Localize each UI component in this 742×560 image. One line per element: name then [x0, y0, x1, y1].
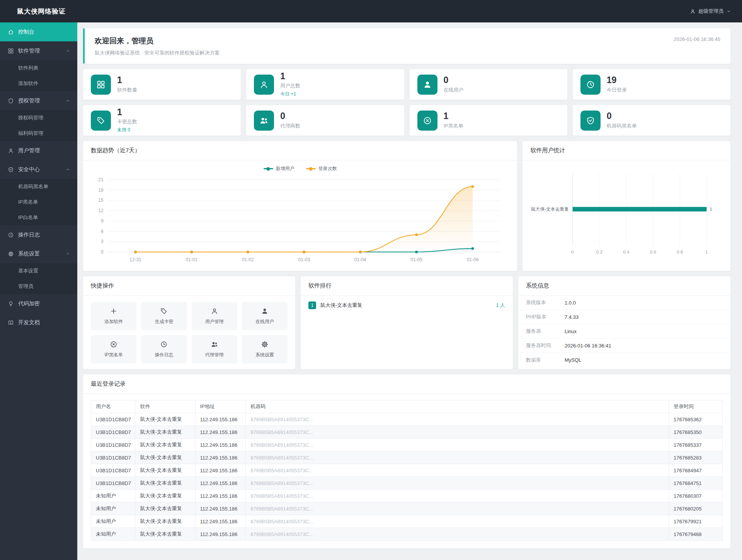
sidebar-group-authorization[interactable]: 授权管理 — [0, 91, 77, 110]
stat-label: 在线用户 — [444, 87, 464, 94]
sidebar-item-basic-settings[interactable]: 基本设置 — [0, 263, 77, 279]
login-records-table: 用户名软件IP地址机器码登录时间 U3B1D1CB8D7 鼠大侠-文本去重复 1… — [91, 400, 723, 541]
login-machine-code: 8769B5B5A6914055373C... — [246, 502, 669, 515]
bar — [573, 207, 707, 211]
chevron-up-icon — [65, 167, 70, 172]
login-timestamp: 1767679921 — [669, 515, 723, 528]
legend-item[interactable]: 新增用户 — [264, 165, 294, 172]
charts-row: 数据趋势（近7天） 新增用户登录次数 03691215182112-3101-0… — [83, 141, 730, 271]
sidebar-item-software-list[interactable]: 软件列表 — [0, 60, 77, 76]
login-machine-code: 8769B5B5A6914055373C... — [246, 426, 669, 439]
login-username: U3B1D1CB8D7 — [91, 426, 135, 439]
data-point — [134, 251, 137, 254]
stat-card-today-logins: 19今日登录 — [573, 69, 730, 100]
bulb-icon — [8, 301, 14, 307]
login-username: 未知用户 — [91, 515, 135, 528]
category-label: 鼠大侠-文本去重复 — [531, 206, 569, 211]
stat-label: 卡密总数 — [117, 118, 137, 125]
sidebar-item-label: 系统设置 — [18, 250, 40, 257]
quick-action-add-software[interactable]: 添加软件 — [91, 302, 136, 330]
stat-value: 1 — [117, 107, 137, 117]
sidebar-item-operation-log[interactable]: 操作日志 — [0, 225, 77, 244]
quick-action-system-settings[interactable]: 系统设置 — [242, 335, 288, 364]
data-point — [471, 247, 474, 250]
quick-action-user-management[interactable]: 用户管理 — [192, 302, 237, 330]
login-username: 未知用户 — [91, 528, 135, 541]
legend-item[interactable]: 登录次数 — [306, 165, 337, 172]
home-icon — [8, 29, 14, 35]
login-machine-code: 8769B5B5A6914055373C... — [246, 490, 669, 502]
series-area — [135, 187, 473, 252]
main-content: 欢迎回来，管理员 鼠大侠网络验证系统 · 安全可靠的软件授权验证解决方案 202… — [77, 0, 742, 548]
sidebar-item-ip-whitelist[interactable]: IP白名单 — [0, 210, 77, 225]
x-axis-label: 01-04 — [354, 257, 366, 262]
rank-software-name: 鼠大侠-文本去重复 — [320, 302, 362, 309]
shield-check-icon — [580, 111, 601, 131]
system-info-row: PHP版本 7.4.33 — [518, 310, 730, 324]
grid-icon — [91, 75, 111, 95]
ranking-row: 1 鼠大侠-文本去重复 1 人 — [301, 296, 513, 315]
middle-row: 快捷操作 添加软件 生成卡密 用户管理 在线用户 IP黑名单 操作日志 代理管理… — [83, 276, 730, 369]
welcome-banner: 欢迎回来，管理员 鼠大侠网络验证系统 · 安全可靠的软件授权验证解决方案 202… — [83, 28, 730, 64]
system-info-label: PHP版本 — [526, 313, 565, 320]
app-title: 鼠大侠网络验证 — [17, 7, 66, 16]
sidebar-item-users[interactable]: 用户管理 — [0, 141, 77, 160]
sidebar-item-dashboard[interactable]: 控制台 — [0, 22, 77, 41]
quick-action-agent-management[interactable]: 代理管理 — [192, 335, 237, 364]
sidebar-group-settings[interactable]: 系统设置 — [0, 244, 77, 263]
login-timestamp: 1767680307 — [669, 490, 723, 502]
sidebar-submenu-authorization: 授权码管理 福利码管理 — [0, 110, 77, 141]
login-ip: 112.249.155.186 — [195, 528, 246, 541]
sidebar-item-machine-blacklist[interactable]: 机器码黑名单 — [0, 179, 77, 194]
sidebar-item-license-codes[interactable]: 授权码管理 — [0, 110, 77, 126]
quick-actions-grid: 添加软件 生成卡密 用户管理 在线用户 IP黑名单 操作日志 代理管理 系统设置 — [83, 296, 295, 370]
system-info-value: Linux — [565, 329, 577, 334]
user-icon — [690, 9, 696, 14]
chevron-up-icon — [65, 98, 70, 103]
clock-icon — [580, 75, 601, 95]
user-icon — [8, 148, 14, 154]
shield-icon — [8, 98, 14, 104]
ban-icon — [417, 111, 437, 131]
y-axis-label: 0 — [101, 249, 104, 255]
data-point — [415, 233, 418, 236]
stat-note: 今日 +1 — [280, 91, 300, 97]
sidebar-item-ip-blacklist[interactable]: IP黑名单 — [0, 194, 77, 210]
x-axis-label: 01-03 — [298, 257, 310, 262]
sidebar-item-code-encrypt[interactable]: 代码加密 — [0, 294, 77, 313]
data-point — [471, 185, 474, 188]
login-ip: 112.249.155.186 — [195, 477, 246, 490]
quick-action-generate-keys[interactable]: 生成卡密 — [141, 302, 187, 330]
system-info-value: 7.4.33 — [565, 314, 579, 320]
current-time: 2026-01-06 16:36:45 — [674, 36, 720, 42]
login-username: U3B1D1CB8D7 — [91, 464, 135, 477]
user-menu[interactable]: 超级管理员 — [690, 8, 731, 15]
stat-row-1: 1软件数量 1用户总数今日 +1 0在线用户 19今日登录 — [83, 69, 730, 100]
login-machine-code: 8769B5B5A6914055373C... — [246, 439, 669, 451]
login-records-card: 最近登录记录 用户名软件IP地址机器码登录时间 U3B1D1CB8D7 鼠大侠-… — [83, 374, 730, 548]
login-row: 未知用户 鼠大侠-文本去重复 112.249.155.186 8769B5B5A… — [91, 490, 723, 502]
login-records-title: 最近登录记录 — [83, 374, 730, 394]
software-ranking-title: 软件排行 — [301, 276, 513, 296]
stat-label: IP黑名单 — [444, 123, 463, 129]
quick-action-operation-log[interactable]: 操作日志 — [141, 335, 187, 364]
stat-card-user-total: 1用户总数今日 +1 — [246, 69, 404, 100]
quick-actions-card: 快捷操作 添加软件 生成卡密 用户管理 在线用户 IP黑名单 操作日志 代理管理… — [83, 276, 295, 369]
quick-action-online-users[interactable]: 在线用户 — [242, 302, 288, 330]
quick-actions-title: 快捷操作 — [83, 276, 295, 296]
software-ranking-list: 1 鼠大侠-文本去重复 1 人 — [301, 296, 513, 315]
sidebar-item-add-software[interactable]: 添加软件 — [0, 76, 77, 91]
sidebar-item-welfare-codes[interactable]: 福利码管理 — [0, 126, 77, 141]
sidebar-group-software[interactable]: 软件管理 — [0, 41, 77, 60]
sidebar-item-administrators[interactable]: 管理员 — [0, 279, 77, 294]
sidebar-item-label: 代码加密 — [18, 300, 40, 307]
sidebar-group-security[interactable]: 安全中心 — [0, 160, 77, 179]
sidebar-item-dev-docs[interactable]: 开发文档 — [0, 313, 77, 332]
chevron-down-icon — [726, 9, 731, 14]
login-machine-code: 8769B5B5A6914055373C... — [246, 477, 669, 490]
login-row: 未知用户 鼠大侠-文本去重复 112.249.155.186 8769B5B5A… — [91, 502, 723, 515]
shield-check-icon — [8, 167, 14, 173]
quick-action-ip-blacklist[interactable]: IP黑名单 — [91, 335, 136, 364]
data-point — [190, 251, 193, 254]
login-timestamp: 1767685283 — [669, 451, 723, 464]
